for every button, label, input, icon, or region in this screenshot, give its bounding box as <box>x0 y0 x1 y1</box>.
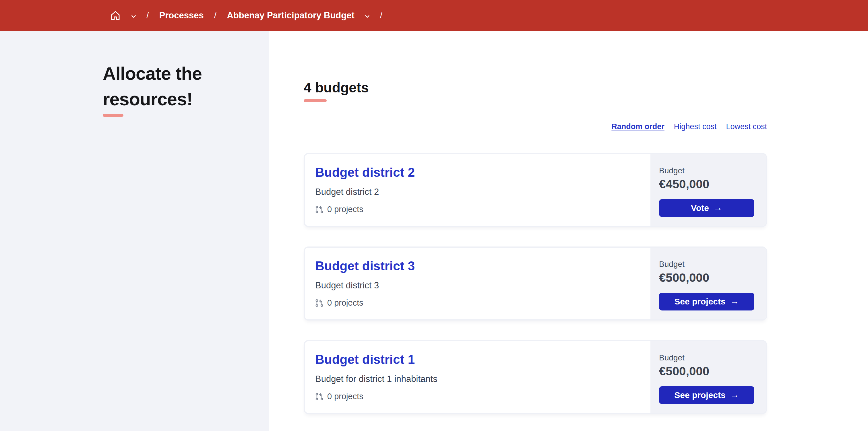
arrow-right-icon: → <box>730 390 739 400</box>
projects-count: 0 projects <box>315 392 650 401</box>
budget-summary-panel: Budget €500,000 See projects → <box>650 341 766 413</box>
budget-title-link[interactable]: Budget district 2 <box>315 164 415 180</box>
budgets-count-heading: 4 budgets <box>304 79 868 96</box>
budget-card-main: Budget district 3 Budget district 3 <box>305 248 650 319</box>
projects-count-label: 0 projects <box>327 298 363 308</box>
budget-title-link[interactable]: Budget district 1 <box>315 351 415 367</box>
budget-amount: €500,000 <box>659 271 754 285</box>
sort-random-order-link[interactable]: Random order <box>611 122 664 131</box>
title-underline-accent <box>103 114 123 117</box>
see-projects-button-label: See projects <box>674 390 725 400</box>
budget-description: Budget district 3 <box>315 280 650 291</box>
projects-count-icon <box>315 299 324 307</box>
budget-card-main: Budget district 1 Budget for district 1 … <box>305 341 650 413</box>
home-icon <box>110 10 121 21</box>
see-projects-button[interactable]: See projects → <box>659 386 754 404</box>
budget-label: Budget <box>659 260 754 269</box>
projects-count-label: 0 projects <box>327 392 363 401</box>
budget-label: Budget <box>659 353 754 362</box>
chevron-down-icon <box>131 15 136 18</box>
home-dropdown-toggle[interactable] <box>131 15 136 18</box>
budget-card: Budget district 2 Budget district 2 <box>304 153 767 227</box>
budget-summary-panel: Budget €500,000 See projects → <box>650 248 766 319</box>
budget-amount: €450,000 <box>659 177 754 191</box>
vote-button-label: Vote <box>691 203 709 213</box>
projects-count-icon <box>315 205 324 214</box>
budget-card: Budget district 1 Budget for district 1 … <box>304 340 767 414</box>
budget-description: Budget for district 1 inhabitants <box>315 374 650 384</box>
see-projects-button[interactable]: See projects → <box>659 293 754 310</box>
arrow-right-icon: → <box>714 203 722 213</box>
component-title: Allocate the resources! <box>103 61 235 112</box>
budget-description: Budget district 2 <box>315 186 650 197</box>
projects-count-label: 0 projects <box>327 205 363 214</box>
breadcrumb-link-current-process[interactable]: Abbenay Participatory Budget <box>227 10 354 21</box>
home-button[interactable] <box>110 10 121 21</box>
budgets-content: 4 budgets Random order Highest cost Lowe… <box>269 31 868 431</box>
page-body: Allocate the resources! 4 budgets Random… <box>0 31 868 431</box>
vote-button[interactable]: Vote → <box>659 199 754 217</box>
breadcrumb-separator: / <box>380 10 383 21</box>
arrow-right-icon: → <box>730 296 739 306</box>
breadcrumb-link-processes[interactable]: Processes <box>159 10 204 21</box>
sort-highest-cost-link[interactable]: Highest cost <box>674 122 717 131</box>
projects-count: 0 projects <box>315 205 650 214</box>
projects-count-icon <box>315 392 324 401</box>
budget-summary-panel: Budget €450,000 Vote → <box>650 154 766 226</box>
breadcrumb-separator: / <box>214 10 217 21</box>
process-sidebar: Allocate the resources! <box>0 31 269 431</box>
top-navigation-bar: / Processes / Abbenay Participatory Budg… <box>0 0 868 31</box>
budget-amount: €500,000 <box>659 364 754 378</box>
process-dropdown-toggle[interactable] <box>365 15 370 18</box>
heading-underline-accent <box>304 99 327 102</box>
see-projects-button-label: See projects <box>674 297 725 306</box>
budget-card-main: Budget district 2 Budget district 2 <box>305 154 650 226</box>
chevron-down-icon <box>365 15 370 18</box>
sort-options: Random order Highest cost Lowest cost <box>304 122 767 131</box>
budget-card-list: Budget district 2 Budget district 2 <box>304 153 767 414</box>
budget-title-link[interactable]: Budget district 3 <box>315 258 415 274</box>
budget-card: Budget district 3 Budget district 3 <box>304 246 767 320</box>
projects-count: 0 projects <box>315 298 650 308</box>
breadcrumb-separator: / <box>146 10 149 21</box>
budget-label: Budget <box>659 166 754 175</box>
sort-lowest-cost-link[interactable]: Lowest cost <box>726 122 767 131</box>
